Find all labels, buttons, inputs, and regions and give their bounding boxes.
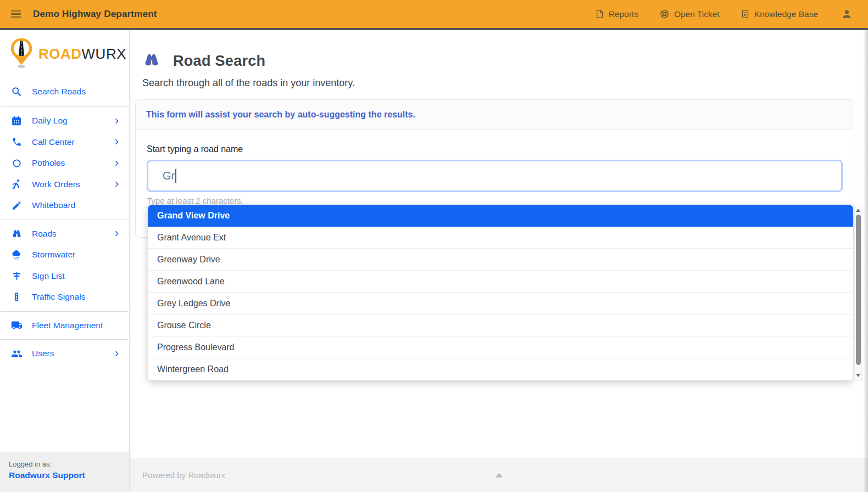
sidebar-item-potholes[interactable]: Potholes (0, 153, 129, 174)
divider (1, 106, 129, 107)
sidebar-item-label: Call Center (32, 137, 75, 147)
binoculars-icon (10, 228, 23, 239)
powered-by-text: Powered by Roadwurx (142, 470, 225, 480)
rain-cloud-icon (10, 249, 23, 261)
page-subtitle: Search through all of the roads in your … (142, 77, 355, 89)
users-icon (10, 348, 23, 360)
knowledge-base-link[interactable]: Knowledge Base (741, 9, 818, 19)
chevron-right-icon (113, 181, 120, 188)
suggestion-option[interactable]: Grey Ledges Drive (148, 293, 853, 315)
sidebar-footer: Logged in as: Roadwurx Support (0, 452, 129, 492)
life-ring-icon (659, 9, 670, 19)
sidebar-item-label: Daily Log (32, 116, 68, 126)
divider (1, 220, 129, 220)
suggestion-option[interactable]: Progress Boulevard (148, 336, 853, 358)
text-caret (175, 169, 176, 183)
calendar-icon (10, 115, 23, 126)
reports-label: Reports (609, 9, 638, 19)
sidebar-item-label: Traffic Signals (32, 292, 85, 302)
sidebar-item-label: Sign List (32, 271, 64, 281)
sidebar-item-stormwater[interactable]: Stormwater (0, 244, 129, 266)
scrollbar-thumb[interactable] (856, 215, 861, 365)
suggestion-option[interactable]: Wintergreen Road (148, 358, 853, 380)
topbar: Demo Highway Department Reports Open Tic… (0, 0, 868, 30)
road-name-label: Start typing a road name (147, 144, 843, 154)
suggestion-option[interactable]: Grouse Circle (148, 315, 853, 336)
search-icon (10, 86, 23, 97)
scroll-down-arrow-icon[interactable] (856, 374, 860, 377)
sidebar-nav: Search Roads Daily Log (0, 75, 129, 364)
hard-hat-icon (494, 470, 504, 480)
chevron-right-icon (113, 160, 120, 167)
page-title: Road Search (173, 53, 265, 70)
divider (1, 311, 129, 312)
sidebar-item-label: Search Roads (32, 87, 86, 97)
sidebar-item-traffic-signals[interactable]: Traffic Signals (0, 287, 129, 308)
road-name-input-value: Gr (163, 170, 175, 182)
sidebar-item-roads[interactable]: Roads (0, 223, 129, 245)
chevron-right-icon (113, 350, 120, 357)
divider (1, 339, 129, 340)
dropdown-scrollbar[interactable] (854, 205, 862, 381)
open-ticket-link[interactable]: Open Ticket (659, 9, 720, 19)
scroll-up-arrow-icon[interactable] (856, 209, 860, 212)
suggestion-option-selected[interactable]: Grand View Drive (148, 205, 853, 227)
autocomplete-dropdown: Grand View Drive Grant Avenue Ext Greenw… (148, 205, 853, 380)
sidebar-item-fleet-management[interactable]: Fleet Management (0, 315, 129, 336)
phone-icon (10, 137, 23, 147)
suggestion-option[interactable]: Grant Avenue Ext (148, 227, 853, 249)
sidebar-item-label: Whiteboard (32, 200, 75, 210)
street-sign-icon (10, 271, 23, 281)
card-header: This form will assist your search by aut… (136, 100, 854, 130)
sidebar-item-label: Potholes (32, 158, 65, 168)
sidebar-item-users[interactable]: Users (0, 343, 129, 364)
sidebar-item-search-roads[interactable]: Search Roads (0, 80, 129, 103)
chevron-right-icon (113, 230, 120, 237)
main-content: Road Search Search through all of the ro… (130, 30, 868, 492)
file-icon (595, 9, 604, 19)
card-body: Start typing a road name Gr Type at leas… (136, 130, 854, 205)
map-pin-road-icon (9, 37, 34, 70)
input-hint: Type at least 2 characters. (147, 196, 843, 205)
user-icon[interactable] (841, 8, 853, 20)
topbar-links: Reports Open Ticket Knowledge Base (595, 9, 818, 19)
traffic-light-icon (10, 291, 23, 302)
binoculars-icon (141, 51, 162, 71)
logo-wordmark: ROADWURX (38, 46, 126, 63)
circle-icon (10, 158, 23, 169)
sidebar-item-label: Users (32, 349, 54, 358)
sidebar-item-daily-log[interactable]: Daily Log (0, 110, 129, 132)
suggestion-option[interactable]: Greenwood Lane (148, 271, 853, 293)
pen-icon (10, 200, 23, 211)
open-ticket-label: Open Ticket (674, 9, 720, 19)
form-info-text: This form will assist your search by aut… (146, 110, 415, 120)
worker-icon (10, 178, 23, 190)
main-footer: Powered by Roadwurx (130, 458, 868, 492)
sidebar-item-label: Roads (32, 229, 57, 239)
roadwurx-logo[interactable]: ROADWURX (0, 30, 129, 75)
sidebar-item-whiteboard[interactable]: Whiteboard (0, 195, 129, 216)
doc-text-icon (741, 9, 750, 19)
truck-icon (10, 319, 23, 331)
chevron-right-icon (113, 117, 120, 125)
organization-title: Demo Highway Department (33, 9, 157, 20)
road-name-input[interactable]: Gr (147, 160, 843, 192)
chevron-right-icon (113, 138, 120, 145)
logged-in-user-link[interactable]: Roadwurx Support (9, 470, 120, 480)
sidebar-item-label: Fleet Management (32, 321, 103, 330)
sidebar-item-label: Stormwater (32, 250, 75, 260)
reports-link[interactable]: Reports (595, 9, 638, 19)
hamburger-icon[interactable] (11, 10, 21, 18)
suggestion-option[interactable]: Greenway Drive (148, 249, 853, 271)
sidebar-item-label: Work Orders (32, 179, 80, 189)
sidebar-item-work-orders[interactable]: Work Orders (0, 174, 129, 195)
sidebar-item-call-center[interactable]: Call Center (0, 132, 129, 153)
sidebar: ROADWURX Search Roads (0, 30, 130, 492)
knowledge-base-label: Knowledge Base (754, 9, 818, 19)
logged-in-label: Logged in as: (9, 460, 120, 468)
sidebar-item-sign-list[interactable]: Sign List (0, 266, 129, 287)
